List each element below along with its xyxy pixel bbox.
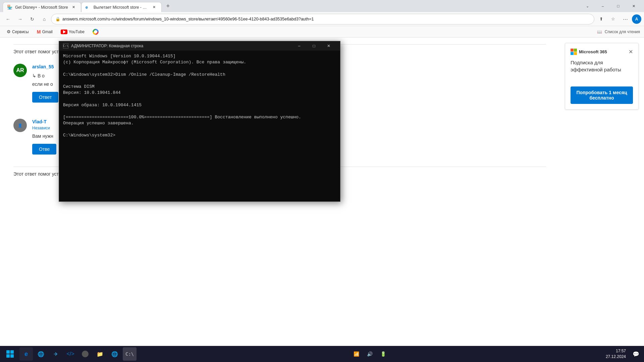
- taskbar-files[interactable]: 📁: [93, 347, 107, 361]
- bookmark-gmail[interactable]: M Gmail: [34, 28, 55, 36]
- taskbar-edge[interactable]: e: [19, 347, 33, 361]
- cmd-window: C:\ АДМИНИСТРАТОР: Командная строка – □ …: [59, 41, 340, 202]
- nav-bar: ← → ↻ ⌂ 🔒 answers.microsoft.com/ru-ru/wi…: [0, 12, 644, 26]
- clock-time: 17:57: [606, 348, 626, 354]
- close-button[interactable]: ✕: [626, 0, 641, 12]
- answer-1-avatar-text: AR: [16, 67, 24, 73]
- tab-close-2[interactable]: ✕: [151, 4, 157, 10]
- answer-2-author[interactable]: Vlad-T: [32, 119, 47, 124]
- google-g-center: [94, 30, 97, 34]
- ms-sq-red: [571, 49, 574, 52]
- win-sq-3: [6, 354, 10, 358]
- taskbar-clock[interactable]: 17:57 27.12.2024: [603, 348, 629, 360]
- gmail-icon: M: [37, 29, 41, 35]
- clock-date: 27.12.2024: [606, 354, 626, 360]
- notification-button[interactable]: 💬: [630, 348, 642, 360]
- tab-title-2: Вылетает Microsoft store - Соо&: [94, 5, 149, 10]
- taskbar-chrome[interactable]: 🌐: [34, 347, 48, 361]
- cmd-taskbar-icon: C:\: [125, 351, 134, 357]
- bookmark-youtube[interactable]: YouTube: [58, 28, 87, 36]
- chrome2-taskbar-icon: 🌐: [111, 351, 118, 357]
- answer-2-body-text: Вам нужн: [32, 133, 53, 139]
- reply-arrow-icon: ↳: [32, 73, 36, 78]
- minimize-button[interactable]: –: [595, 0, 610, 12]
- favorites-icon[interactable]: ☆: [608, 14, 619, 24]
- reading-list-label: Список для чтения: [605, 29, 640, 34]
- sidebar-ad: Microsoft 365 ✕ Подписка для эффективной…: [565, 43, 639, 110]
- cmd-minimize-button[interactable]: –: [292, 41, 307, 51]
- taskbar-circle-app[interactable]: [78, 347, 92, 361]
- cmd-title-text: АДМИНИСТРАТОР: Командная строка: [71, 44, 289, 48]
- address-bar[interactable]: 🔒 answers.microsoft.com/ru-ru/windows/fo…: [51, 14, 594, 24]
- new-tab-button[interactable]: +: [163, 1, 173, 11]
- ad-logo: Microsoft 365: [571, 49, 607, 55]
- refresh-button[interactable]: ↻: [27, 14, 38, 24]
- wifi-icon: 📶: [354, 351, 359, 357]
- forward-button[interactable]: →: [15, 14, 25, 24]
- settings-icon[interactable]: ⋯: [620, 14, 631, 24]
- volume-icon[interactable]: 🔊: [364, 348, 376, 360]
- window-controls: ⌄ – □ ✕: [580, 0, 641, 12]
- tab-close-1[interactable]: ✕: [71, 4, 77, 10]
- cmd-line: Система DISM: [63, 84, 336, 90]
- answer-1-avatar: AR: [13, 64, 27, 77]
- vscode-taskbar-icon: </>: [66, 351, 74, 357]
- system-tray: 📶 🔊 🔋: [351, 348, 389, 360]
- back-button[interactable]: ←: [3, 14, 13, 24]
- answer-1-author[interactable]: arslan_55: [32, 64, 54, 69]
- bookmark-label-youtube: YouTube: [69, 29, 85, 34]
- cmd-window-icon: C:\: [63, 43, 68, 49]
- share-icon[interactable]: ⬆: [596, 14, 606, 24]
- tab-1[interactable]: 🏪 Get Disney+ - Microsoft Store ✕: [3, 2, 81, 12]
- windows-logo-icon: [6, 350, 14, 358]
- start-button[interactable]: [2, 346, 18, 362]
- cmd-line: Версия: 10.0.19041.844: [63, 90, 336, 96]
- lock-icon: 🔒: [55, 17, 60, 21]
- answer-1-reply-prefix: В о: [38, 73, 45, 78]
- nav-right: ⬆ ☆ ⋯ A: [596, 14, 641, 24]
- ad-close-button[interactable]: ✕: [629, 49, 633, 55]
- title-bar: 🏪 Get Disney+ - Microsoft Store ✕ e Выле…: [0, 0, 644, 12]
- profile-icon[interactable]: A: [632, 14, 641, 24]
- cmd-line: Версия образа: 10.0.19044.1415: [63, 102, 336, 108]
- address-text: answers.microsoft.com/ru-ru/windows/foru…: [62, 17, 590, 21]
- circle-taskbar-icon: [82, 351, 89, 357]
- home-button[interactable]: ⌂: [39, 14, 50, 24]
- taskbar-telegram[interactable]: ✈: [49, 347, 62, 361]
- cmd-close-button[interactable]: ✕: [321, 41, 336, 51]
- taskbar-vscode[interactable]: </>: [64, 347, 77, 361]
- files-taskbar-icon: 📁: [97, 351, 103, 357]
- network-icon[interactable]: 📶: [351, 348, 363, 360]
- google-icon: [93, 29, 99, 35]
- win-sq-4: [10, 354, 14, 358]
- cmd-line: [63, 96, 336, 102]
- ad-cta-button[interactable]: Попробовать 1 месяц бесплатно: [571, 86, 633, 104]
- answer-2-reply-button[interactable]: Отве: [32, 144, 56, 155]
- youtube-icon: [61, 29, 67, 34]
- taskbar-chrome2[interactable]: 🌐: [108, 347, 121, 361]
- maximize-button[interactable]: □: [610, 0, 626, 12]
- notification-icon: 💬: [633, 351, 639, 357]
- edge-taskbar-icon: e: [24, 351, 28, 358]
- answer-2-avatar: 👤: [13, 119, 27, 132]
- cmd-line: (с) Корпорация Майкрософт (Microsoft Cor…: [63, 59, 336, 65]
- cmd-body: Microsoft Windows [Version 10.0.19044.14…: [59, 51, 340, 201]
- tab-scroll-btn[interactable]: ⌄: [580, 0, 595, 12]
- cmd-title-bar: C:\ АДМИНИСТРАТОР: Командная строка – □ …: [59, 41, 340, 51]
- cmd-line: Операция успешно завершена.: [63, 120, 336, 126]
- services-icon: ⚙: [7, 29, 11, 34]
- bookmark-services[interactable]: ⚙ Сервисы: [4, 28, 32, 36]
- answer-2-role: Независи: [32, 126, 50, 130]
- speaker-icon: 🔊: [367, 351, 373, 357]
- battery-icon[interactable]: 🔋: [377, 348, 389, 360]
- win-sq-1: [6, 350, 10, 354]
- bookmark-google[interactable]: [90, 27, 101, 36]
- cmd-line: [63, 108, 336, 114]
- answer-1-reply-button[interactable]: Ответ: [32, 92, 58, 103]
- cmd-maximize-button[interactable]: □: [307, 41, 321, 51]
- reading-list[interactable]: 📖 Список для чтения: [597, 29, 640, 34]
- taskbar-cmd[interactable]: C:\: [123, 347, 137, 361]
- win-sq-2: [10, 350, 14, 354]
- tab-2[interactable]: e Вылетает Microsoft store - Соо& ✕: [81, 2, 162, 12]
- bookmark-label-gmail: Gmail: [42, 29, 52, 34]
